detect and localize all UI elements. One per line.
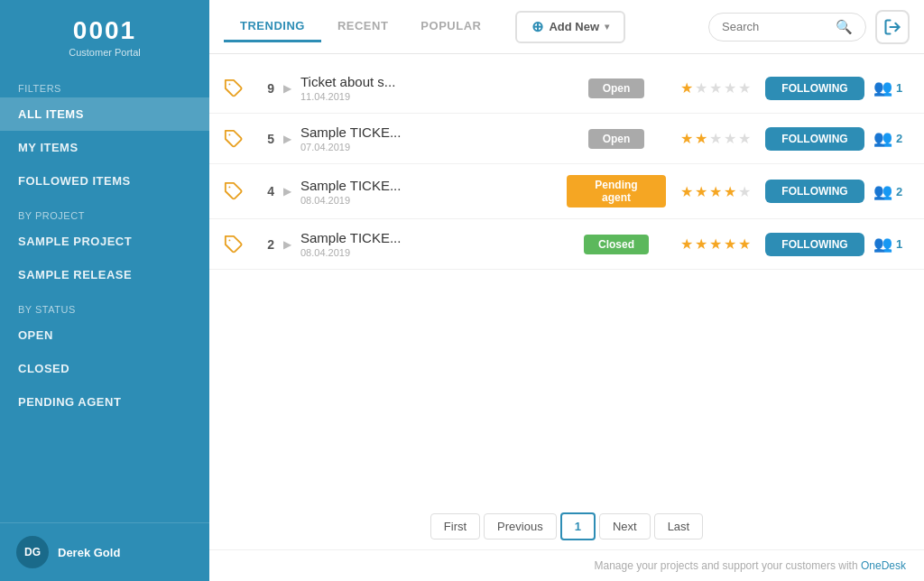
sidebar-item-my-items[interactable]: MY ITEMS xyxy=(0,131,209,164)
ticket-expand-icon: ▶ xyxy=(283,133,291,145)
current-page-button[interactable]: 1 xyxy=(560,512,596,540)
user-profile[interactable]: DG Derek Gold xyxy=(0,522,209,581)
star-icon: ★ xyxy=(738,79,751,97)
search-icon: 🔍 xyxy=(836,19,853,35)
star-icon: ★ xyxy=(738,130,751,147)
sidebar-item-open[interactable]: OPEN xyxy=(0,318,209,352)
ticket-followers: 👥 2 xyxy=(873,182,910,201)
sidebar-item-followed-items[interactable]: FOLLOWED ITEMS xyxy=(0,164,209,198)
star-icon: ★ xyxy=(680,235,693,253)
ticket-stars: ★★★★★ xyxy=(675,79,756,97)
ticket-title: Ticket about s... xyxy=(300,74,558,89)
main-content: TRENDING RECENT POPULAR ⊕ Add New ▾ 🔍 xyxy=(209,0,924,581)
star-icon: ★ xyxy=(738,235,751,253)
sidebar-item-all-items[interactable]: ALL ITEMS xyxy=(0,97,209,131)
ticket-followers: 👥 1 xyxy=(873,78,910,97)
ticket-followers: 👥 2 xyxy=(873,129,910,148)
ticket-row[interactable]: 9 ▶ Ticket about s... 11.04.2019 Open ★★… xyxy=(209,63,924,114)
ticket-date: 08.04.2019 xyxy=(300,195,558,206)
following-button[interactable]: FOLLOWING xyxy=(765,233,864,256)
avatar: DG xyxy=(16,536,49,568)
ticket-number: 9 xyxy=(253,81,274,96)
tab-trending[interactable]: TRENDING xyxy=(224,12,321,42)
filters-label: Filters xyxy=(0,70,209,97)
star-icon: ★ xyxy=(680,130,693,147)
search-box[interactable]: 🔍 xyxy=(708,13,866,42)
star-icon: ★ xyxy=(695,130,707,147)
ticket-date: 07.04.2019 xyxy=(300,142,558,152)
first-page-button[interactable]: First xyxy=(430,513,480,540)
followers-icon: 👥 xyxy=(873,182,892,201)
last-page-button[interactable]: Last xyxy=(654,513,704,540)
ticket-status-cell: Open xyxy=(567,78,666,98)
footer-link[interactable]: OneDesk xyxy=(861,559,906,572)
search-input[interactable] xyxy=(722,20,830,33)
followers-icon: 👥 xyxy=(873,235,892,254)
footer-text: Manage your projects and support your cu… xyxy=(594,559,860,572)
add-new-button[interactable]: ⊕ Add New ▾ xyxy=(515,11,625,43)
star-icon: ★ xyxy=(709,130,722,147)
star-icon: ★ xyxy=(724,235,736,253)
following-button[interactable]: FOLLOWING xyxy=(765,77,864,100)
following-button[interactable]: FOLLOWING xyxy=(765,180,864,203)
status-badge: Pending agent xyxy=(567,175,666,208)
by-project-label: By project xyxy=(0,198,209,225)
ticket-tag-icon xyxy=(224,181,244,201)
ticket-date: 08.04.2019 xyxy=(300,247,558,258)
topbar: TRENDING RECENT POPULAR ⊕ Add New ▾ 🔍 xyxy=(209,0,924,54)
star-icon: ★ xyxy=(709,183,722,200)
status-badge: Open xyxy=(588,78,645,98)
star-icon: ★ xyxy=(695,79,707,97)
logo-number: 0001 xyxy=(9,16,200,45)
sidebar-item-closed[interactable]: CLOSED xyxy=(0,352,209,385)
ticket-info: Sample TICKE... 07.04.2019 xyxy=(300,124,558,152)
logout-button[interactable] xyxy=(875,10,910,44)
ticket-row[interactable]: 4 ▶ Sample TICKE... 08.04.2019 Pending a… xyxy=(209,164,924,219)
star-icon: ★ xyxy=(724,183,736,200)
topbar-right: 🔍 xyxy=(708,10,910,44)
followers-icon: 👥 xyxy=(873,78,892,97)
chevron-down-icon: ▾ xyxy=(605,22,609,32)
ticket-followers: 👥 1 xyxy=(873,235,910,254)
ticket-tag-icon xyxy=(224,235,244,254)
ticket-status-cell: Closed xyxy=(567,235,666,254)
status-badge: Closed xyxy=(584,235,649,254)
ticket-stars: ★★★★★ xyxy=(675,183,756,200)
footer: Manage your projects and support your cu… xyxy=(209,549,924,581)
tab-popular[interactable]: POPULAR xyxy=(404,12,497,42)
star-icon: ★ xyxy=(680,183,693,200)
ticket-info: Ticket about s... 11.04.2019 xyxy=(300,74,558,102)
followers-count: 2 xyxy=(896,185,902,198)
following-button[interactable]: FOLLOWING xyxy=(765,127,864,151)
sidebar-item-sample-project[interactable]: SAMPLE PROJECT xyxy=(0,225,209,258)
tab-recent[interactable]: RECENT xyxy=(321,12,404,42)
ticket-number: 4 xyxy=(253,184,274,198)
ticket-status-cell: Pending agent xyxy=(567,175,666,208)
previous-page-button[interactable]: Previous xyxy=(484,513,557,540)
ticket-row[interactable]: 5 ▶ Sample TICKE... 07.04.2019 Open ★★★★… xyxy=(209,114,924,164)
next-page-button[interactable]: Next xyxy=(599,513,651,540)
ticket-status-cell: Open xyxy=(567,129,666,149)
star-icon: ★ xyxy=(724,79,736,97)
sidebar-item-sample-release[interactable]: SAMPLE RELEASE xyxy=(0,258,209,291)
ticket-date: 11.04.2019 xyxy=(300,91,558,102)
ticket-stars: ★★★★★ xyxy=(675,235,756,253)
ticket-title: Sample TICKE... xyxy=(300,178,558,193)
username: Derek Gold xyxy=(58,546,120,559)
add-new-label: Add New xyxy=(549,20,599,33)
logout-icon xyxy=(883,18,901,36)
ticket-expand-icon: ▶ xyxy=(283,82,291,95)
logo-subtitle: Customer Portal xyxy=(9,47,200,58)
sidebar-item-pending-agent[interactable]: PENDING AGENT xyxy=(0,385,209,419)
ticket-number: 2 xyxy=(253,237,274,252)
star-icon: ★ xyxy=(709,235,722,253)
ticket-number: 5 xyxy=(253,132,274,146)
tabs: TRENDING RECENT POPULAR xyxy=(224,12,497,42)
ticket-list: 9 ▶ Ticket about s... 11.04.2019 Open ★★… xyxy=(209,54,924,494)
ticket-title: Sample TICKE... xyxy=(300,124,558,140)
ticket-tag-icon xyxy=(224,78,244,98)
ticket-row[interactable]: 2 ▶ Sample TICKE... 08.04.2019 Closed ★★… xyxy=(209,219,924,270)
ticket-expand-icon: ▶ xyxy=(283,185,291,198)
ticket-stars: ★★★★★ xyxy=(675,130,756,147)
star-icon: ★ xyxy=(695,235,707,253)
